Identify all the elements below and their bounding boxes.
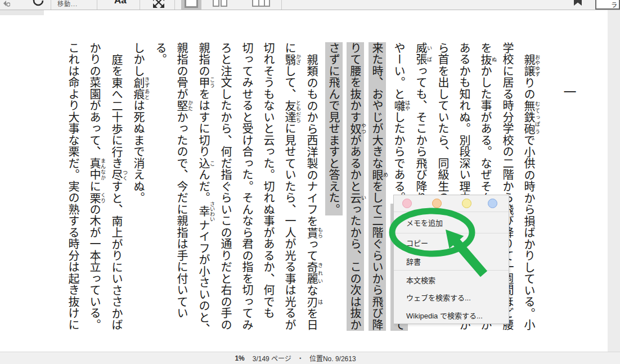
goto-button[interactable]: 移動... (57, 0, 78, 8)
fullscreen-icon[interactable] (152, 0, 165, 9)
book-text: して、 (283, 65, 296, 100)
toolbar-divider (97, 0, 97, 10)
menu-item-copy[interactable]: コピー (394, 233, 509, 252)
book-text: 囃はや (392, 100, 406, 112)
text-column: さずに飛んで見せますと答えた。 (323, 42, 344, 335)
book-text: 真中まんなか (88, 158, 101, 181)
text-column: 親類のものから西洋製のナイフを貰もらって奇麗きれいな刃はを日 (301, 42, 323, 335)
book-text: 庭を東へ二十歩に行き (110, 54, 123, 169)
highlight-orange-button[interactable] (432, 199, 442, 208)
toolbar-divider (51, 0, 51, 10)
kindle-reader-window: 移動... Aa ラ 一 親譲おやゆずりの無鉄砲むてっぽうで小供の時から損ばかり… (0, 0, 620, 364)
book-text: 創痕きずあと (132, 77, 145, 100)
book-text: 刃は (305, 296, 318, 308)
book-text: 切れそうもないと云った。切れぬ事があるか、何でも (262, 42, 275, 319)
book-text: しかし (132, 42, 145, 77)
selection-context-menu: メモを追加 コピー 辞書 本文検索 ウェブを検索する... Wikipedia … (393, 195, 509, 324)
location-number: 位置No. 9/2613 (309, 353, 356, 363)
bookmark-icon[interactable] (574, 0, 582, 6)
book-text: したからである。 (392, 111, 406, 204)
menu-item-search-wikipedia[interactable]: Wikipedia で検索する... (394, 306, 509, 324)
book-text: 幸さいわい (197, 204, 210, 219)
toolbar-divider (281, 0, 282, 10)
selected-text: さずに飛んで見せますと答えた。 (325, 42, 343, 215)
panel-edge (0, 10, 44, 15)
book-text: 親指の骨が (175, 42, 188, 100)
highlight-pink-button[interactable] (402, 199, 412, 208)
book-text: りの (522, 77, 536, 100)
selected-text: をして二階ぐらいから飛び降 (369, 181, 386, 331)
text-column: 切ってみせると受け合った。そんなら君の指を切ってみ (236, 42, 258, 335)
book-text: 親指の (197, 42, 210, 77)
selected-text: 云い (348, 192, 362, 204)
highlight-yellow-button[interactable] (462, 199, 471, 208)
highlight-blue-button[interactable] (488, 199, 497, 208)
book-text: の木が一本立っている。 (88, 204, 101, 331)
single-page-view-selected[interactable] (181, 0, 201, 10)
book-text: すと、南上がりにいささかば (110, 181, 123, 331)
sync-icon[interactable] (33, 0, 44, 8)
text-column: 切れそうもないと云った。切れぬ事があるか、何でも (258, 42, 279, 335)
text-column: ろと注文したから、何だ指ぐらいこの通りだと右の手の (215, 42, 236, 335)
menu-item-search-web[interactable]: ウェブを検索する... (394, 289, 509, 306)
menu-item-add-note[interactable]: メモを追加 (394, 212, 509, 233)
book-text: かりの菜園があって、 (88, 42, 101, 158)
book-text: に (88, 181, 101, 192)
back-icon[interactable] (2, 0, 10, 7)
progress-percent: 1% (235, 354, 244, 362)
book-text: 友達ともだち (283, 100, 296, 123)
book-text: な (305, 285, 318, 296)
text-column: に翳かざして、友達ともだちに見せていたら、一人が光る事は光るが (279, 42, 301, 335)
font-settings-button[interactable]: Aa (114, 0, 127, 6)
book-text: に見せていたら、一人が光る事は光るが (283, 123, 296, 331)
book-text: 抜ぬ (479, 54, 492, 66)
toolbar: 移動... Aa ラ (0, 0, 620, 10)
selected-text: があるかと (347, 134, 364, 192)
book-text: に (283, 42, 296, 54)
text-column: しかし創痕きずあとは死ぬまで消えぬ。 (128, 42, 150, 335)
highlight-color-row (394, 195, 509, 212)
book-page[interactable]: 一 親譲おやゆずりの無鉄砲むてっぽうで小供の時から損ばかりしている。小学校に居る… (0, 10, 620, 352)
book-text: ナイフが小さいのと、 (197, 219, 210, 335)
two-page-view-button[interactable] (213, 0, 227, 7)
selected-text: ったから、この次は抜か (347, 204, 364, 331)
single-page-icon (185, 0, 198, 8)
separator-dot: ・ (297, 353, 304, 363)
book-text: 貰もら (305, 227, 318, 239)
book-text: 威張いば (414, 42, 428, 65)
toolbar-divider (140, 0, 140, 10)
status-bar: 1% 3/149 ページ ・ 位置No. 9/2613 (0, 352, 620, 364)
book-text: んだ。 (197, 169, 210, 204)
book-text: 無鉄砲むてっぽう (522, 100, 536, 135)
book-text: を (479, 42, 492, 54)
book-text: 奇麗きれい (305, 262, 318, 285)
text-column: かりの菜園があって、真中まんなかに栗くりの木が一本立っている。 (84, 42, 106, 335)
book-text: 込こ (197, 158, 210, 169)
page-turn-zone[interactable] (608, 10, 620, 352)
book-text: これは命より大事な栗だ。実の熟する時分は起き抜けに (66, 42, 80, 331)
selected-text: 来た時、おやじが大きな (369, 42, 386, 169)
selected-text: 奴やつ (348, 123, 362, 135)
book-text: 尽つく (110, 169, 123, 181)
text-column: 庭を東へ二十歩に行き尽つくすと、南上がりにいささかば (106, 42, 128, 335)
multi-column-view-button[interactable] (252, 0, 270, 7)
book-text: で小供の時から損ばかりしている。小 (522, 135, 536, 331)
book-text: 親譲おやゆず (522, 54, 536, 77)
toolbar-divider (174, 0, 175, 10)
book-text: 栗くり (88, 192, 101, 204)
book-text: 甲こう (197, 77, 210, 89)
menu-item-dictionary[interactable]: 辞書 (394, 252, 509, 271)
text-column: 親指の甲こうをはすに切り込こんだ。幸さいわいナイフが小さいのと、 (193, 42, 215, 335)
text-column: 親指の骨が堅かたかったので、今だに親指は手に付いている。 (150, 42, 193, 335)
book-text: を日 (305, 308, 318, 331)
book-text: やーい。と (392, 42, 406, 100)
page-count: 3/149 ページ (253, 353, 291, 363)
text-column: 親譲おやゆずりの無鉄砲むてっぽうで小供の時から損ばかりしている。小 (518, 42, 540, 335)
text-column: これは命より大事な栗だ。実の熟する時分は起き抜けに (62, 42, 84, 335)
book-text: って (305, 239, 318, 262)
book-text: 親類のものから西洋製のナイフを (305, 54, 318, 227)
menu-item-search-book[interactable]: 本文検索 (394, 271, 509, 289)
selected-text: 眼め (370, 169, 384, 181)
chapter-number: 一 (559, 86, 578, 98)
book-text: は死ぬまで消えぬ。 (132, 100, 145, 204)
